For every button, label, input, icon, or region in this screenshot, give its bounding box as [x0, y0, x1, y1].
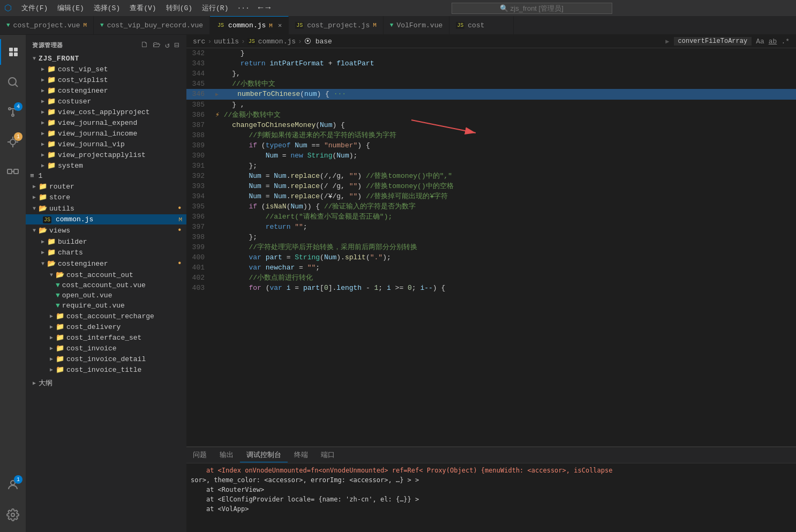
new-folder-btn[interactable]: 🗁	[152, 39, 162, 51]
tree-cost-invoice-detail[interactable]: ▶ 📁 cost_invoice_detail	[26, 354, 186, 364]
refresh-btn[interactable]: ↺	[164, 39, 171, 51]
menu-file[interactable]: 文件(F)	[17, 2, 52, 14]
tree-outline-section[interactable]: ▶ 大纲	[26, 377, 186, 389]
editor-and-panel: 342 } 343 return intPartFormat + floatPa…	[186, 48, 796, 532]
common-js-modified: M	[178, 216, 182, 223]
new-file-btn[interactable]: 🗋	[139, 39, 149, 51]
tab-cost-project-vue[interactable]: ▼ cost_project.vue M	[0, 16, 94, 34]
activity-debug[interactable]: 1	[0, 129, 26, 155]
menu-view[interactable]: 查看(V)	[125, 2, 160, 14]
tree-common-js[interactable]: JS common.js M	[26, 214, 186, 224]
activity-extensions[interactable]	[0, 159, 26, 185]
tree-builder[interactable]: ▶ 📁 builder	[26, 236, 186, 247]
tree-view-cost[interactable]: ▶ 📁 view_cost_applyproject	[26, 107, 186, 117]
code-line-388: 388 //判断如果传递进来的不是字符的话转换为字符	[186, 130, 796, 140]
code-line-390: 390 Num = new String(Num);	[186, 151, 796, 161]
code-391: };	[213, 161, 257, 171]
search-input[interactable]	[452, 3, 612, 14]
tree-cost-viplist[interactable]: ▶ 📁 cost_viplist	[26, 74, 186, 85]
whole-word-btn[interactable]: ab	[769, 38, 777, 46]
tab-cost-project-js[interactable]: JS cost_project.js M	[289, 16, 384, 34]
activity-scm[interactable]: 4	[0, 99, 26, 125]
code-line-392: 392 Num = Num.replace(/,/g, "") //替换tomo…	[186, 171, 796, 181]
fold-346[interactable]: ▶	[215, 92, 219, 98]
tree-view-journal-inc[interactable]: ▶ 📁 view_journal_income	[26, 128, 186, 139]
tab-cost-js2[interactable]: JS cost	[449, 16, 514, 34]
tree-router[interactable]: ▶ 📁 router	[26, 181, 186, 192]
folder-icon-cao: 📂	[56, 271, 64, 279]
tree-cost-account-out[interactable]: ▼ 📂 cost_account_out	[26, 269, 186, 280]
tree-store[interactable]: ▶ 📁 store	[26, 192, 186, 203]
tree-costengineer-2[interactable]: ▼ 📂 costengineer •	[26, 258, 186, 269]
code-343: return intPartFormat + floatPart	[213, 58, 374, 69]
tree-view-project[interactable]: ▶ 📁 view_projectapplylist	[26, 149, 186, 160]
editor-toolbar-right: ▶ convertFileToArray Aa ab .*	[665, 37, 790, 46]
tree-cost-invoice-title[interactable]: ▶ 📁 cost_invoice_title	[26, 364, 186, 375]
tree-cost-invoice[interactable]: ▶ 📁 cost_invoice	[26, 343, 186, 354]
code-editor[interactable]: 342 } 343 return intPartFormat + floatPa…	[186, 48, 796, 446]
breadcrumb-base[interactable]: ⦿ base	[304, 38, 332, 46]
chevron-ce2: ▼	[39, 261, 47, 267]
panel-tab-ports[interactable]: 端口	[314, 448, 341, 462]
tree-open-out-vue[interactable]: ▼ open_out.vue	[26, 290, 186, 301]
tree-cost-interface[interactable]: ▶ 📁 cost_interface_set	[26, 332, 186, 343]
tab-vol-form[interactable]: ▼ VolForm.vue	[384, 16, 449, 34]
tree-charts[interactable]: ▶ 📁 charts	[26, 247, 186, 258]
nav-back[interactable]: ←	[258, 3, 264, 13]
panel-content[interactable]: at <Index onVnodeUnmounted=fn<onVnodeUnm…	[186, 463, 796, 532]
folder-name-9: view_projectapplylist	[58, 151, 146, 159]
menu-run[interactable]: 运行(R)	[198, 2, 232, 14]
regex-btn[interactable]: .*	[781, 38, 790, 46]
panel-tab-terminal[interactable]: 终端	[288, 448, 314, 462]
chevron-views: ▼	[30, 228, 39, 234]
code-line-344: 344 },	[186, 69, 796, 79]
tree-cost-delivery[interactable]: ▶ 📁 cost_delivery	[26, 321, 186, 332]
tree-outline-1[interactable]: ≡ 1	[26, 171, 186, 181]
activity-account[interactable]: 1	[0, 472, 26, 498]
tree-costuser[interactable]: ▶ 📁 costuser	[26, 96, 186, 107]
tab-common-js[interactable]: JS common.js M ✕	[210, 16, 289, 34]
panel-tab-debug[interactable]: 调试控制台	[240, 448, 288, 462]
menu-edit[interactable]: 编辑(E)	[53, 2, 88, 14]
breadcrumb-src[interactable]: src	[193, 38, 205, 46]
panel-tab-issues[interactable]: 问题	[186, 448, 213, 462]
nav-forward[interactable]: →	[265, 3, 271, 13]
menu-goto[interactable]: 转到(G)	[162, 2, 197, 14]
sidebar-actions: 🗋 🗁 ↺ ⊟	[139, 39, 180, 51]
chevron-router: ▶	[30, 183, 39, 190]
code-345: //小数转中文	[213, 79, 275, 89]
menu-more[interactable]: ···	[234, 3, 252, 13]
outline-btn[interactable]: convertFileToArray	[674, 37, 752, 46]
menu-select[interactable]: 选择(S)	[89, 2, 124, 14]
folder-name-car: cost_account_recharge	[66, 312, 154, 320]
chevron-9: ▶	[39, 152, 47, 158]
tree-views[interactable]: ▼ 📂 views •	[26, 224, 186, 236]
tree-system[interactable]: ▶ 📁 system	[26, 160, 186, 171]
tab-close-3[interactable]: ✕	[278, 21, 282, 29]
ln-387: 387	[186, 120, 213, 130]
activity-settings[interactable]	[0, 502, 26, 528]
panel-tab-output[interactable]: 输出	[213, 448, 240, 462]
breadcrumb-sep-1: ›	[207, 38, 212, 46]
code-lines-container: 342 } 343 return intPartFormat + floatPa…	[186, 48, 796, 446]
tree-cost-account-out-vue[interactable]: ▼ cost_account_out.vue	[26, 280, 186, 290]
tree-view-journal-vip[interactable]: ▶ 📁 view_journal_vip	[26, 139, 186, 149]
chevron-uutils: ▼	[30, 206, 39, 212]
tree-require-out-vue[interactable]: ▼ require_out.vue	[26, 301, 186, 311]
tree-cost-vip-set[interactable]: ▶ 📁 cost_vip_set	[26, 64, 186, 74]
tree-cost-account-recharge[interactable]: ▶ 📁 cost_account_recharge	[26, 311, 186, 321]
activity-explorer[interactable]	[0, 39, 26, 65]
breadcrumb-uutils[interactable]: uutils	[214, 38, 239, 46]
tree-costengineer-1[interactable]: ▶ 📁 costengineer	[26, 85, 186, 96]
activity-search[interactable]	[0, 69, 26, 95]
tree-project-root[interactable]: ▼ ZJS_FRONT	[26, 54, 186, 64]
code-scroll-area[interactable]: 342 } 343 return intPartFormat + floatPa…	[186, 48, 796, 446]
folder-icon-cinv: 📁	[56, 344, 64, 353]
collapse-btn[interactable]: ⊟	[173, 39, 180, 51]
breadcrumb-common-js[interactable]: common.js	[258, 38, 296, 46]
tree-uutils[interactable]: ▼ 📂 uutils •	[26, 203, 186, 214]
ln-346: 346	[186, 89, 213, 100]
tree-view-journal-exp[interactable]: ▶ 📁 view_journal_expend	[26, 117, 186, 128]
tab-cost-vip[interactable]: ▼ cost_vip_buy_record.vue	[94, 16, 210, 34]
case-sensitive-btn[interactable]: Aa	[756, 38, 764, 46]
